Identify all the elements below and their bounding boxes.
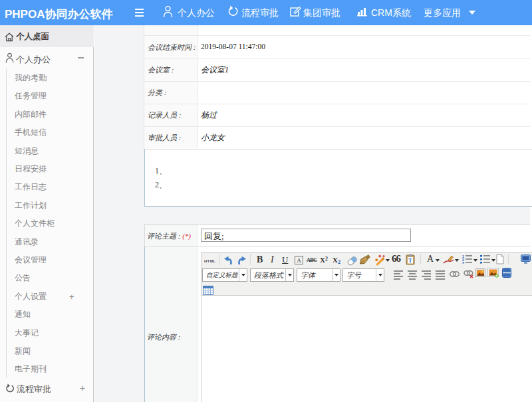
- svg-text:T: T: [408, 258, 412, 264]
- svg-text:3: 3: [462, 261, 464, 264]
